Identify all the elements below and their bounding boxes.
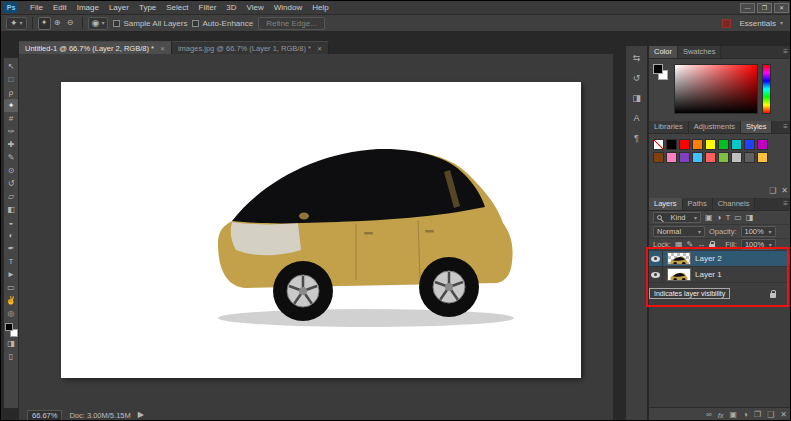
foreground-color-swatch[interactable] <box>5 323 13 331</box>
close-button[interactable]: ✕ <box>774 3 789 13</box>
path-selection-tool[interactable]: ► <box>4 268 18 281</box>
menu-select[interactable]: Select <box>161 3 193 12</box>
swatch[interactable] <box>692 139 703 150</box>
fill-dropdown[interactable]: 100% ▾ <box>741 239 776 250</box>
minimize-button[interactable]: — <box>740 3 755 13</box>
document-canvas[interactable] <box>61 82 581 378</box>
swatch[interactable] <box>653 152 664 163</box>
menu-file[interactable]: File <box>25 3 48 12</box>
delete-swatch-icon[interactable]: ✕ <box>781 187 788 195</box>
visibility-toggle[interactable] <box>649 267 663 282</box>
layer-filter-kind-dropdown[interactable]: Kind ▾ <box>653 212 701 223</box>
menu-type[interactable]: Type <box>134 3 161 12</box>
layer-row[interactable]: Layer 1 <box>649 267 791 283</box>
crop-tool[interactable]: # <box>4 112 18 125</box>
gradient-tool[interactable]: ◧ <box>4 203 18 216</box>
refine-edge-button[interactable]: Refine Edge... <box>258 17 325 30</box>
brush-tool[interactable]: ✎ <box>4 151 18 164</box>
swatch[interactable] <box>757 152 768 163</box>
add-layer-mask-icon[interactable]: ▣ <box>730 411 738 419</box>
menu-filter[interactable]: Filter <box>194 3 222 12</box>
tab-adjustments[interactable]: Adjustments <box>689 121 741 133</box>
opacity-dropdown[interactable]: 100% ▾ <box>741 226 776 237</box>
tab-color[interactable]: Color <box>649 46 678 58</box>
tab-close-icon[interactable]: ✕ <box>317 45 322 52</box>
tab-channels[interactable]: Channels <box>713 198 756 210</box>
swatch[interactable] <box>731 152 742 163</box>
swatch[interactable] <box>653 139 664 150</box>
tab-layers[interactable]: Layers <box>649 198 683 210</box>
swatch[interactable] <box>679 139 690 150</box>
move-tool[interactable]: ↖ <box>4 60 18 73</box>
filter-adjustment-layers-icon[interactable]: ◑ <box>717 214 722 222</box>
layer-name[interactable]: Layer 2 <box>695 254 722 263</box>
swatch[interactable] <box>705 139 716 150</box>
workspace-icon[interactable] <box>722 19 731 28</box>
paragraph-icon[interactable]: ¶ <box>634 134 639 143</box>
sample-all-layers-checkbox[interactable]: Sample All Layers <box>113 19 187 28</box>
link-layers-icon[interactable]: ∞ <box>706 411 712 419</box>
tool-preset-picker[interactable]: ✦ ▾ <box>6 17 27 30</box>
marquee-tool[interactable]: □ <box>4 73 18 86</box>
history-icon[interactable]: ↺ <box>633 74 641 83</box>
new-adjustment-layer-icon[interactable]: ◑ <box>743 411 748 419</box>
new-selection-icon[interactable]: ✦ <box>38 17 51 30</box>
foreground-background-colors[interactable] <box>5 323 18 337</box>
brush-picker[interactable]: ◉ ▾ <box>88 17 109 30</box>
lasso-tool[interactable]: ρ <box>4 86 18 99</box>
filter-shape-layers-icon[interactable]: ▭ <box>734 214 742 222</box>
clone-stamp-tool[interactable]: ⊙ <box>4 164 18 177</box>
new-group-icon[interactable]: ❐ <box>754 411 761 419</box>
visibility-toggle[interactable] <box>649 251 663 266</box>
tab-close-icon[interactable]: ✕ <box>160 45 165 52</box>
menu-image[interactable]: Image <box>72 3 104 12</box>
pen-tool[interactable]: ✒ <box>4 242 18 255</box>
new-layer-icon[interactable]: ❑ <box>767 411 774 419</box>
swatch[interactable] <box>705 152 716 163</box>
subtract-from-selection-icon[interactable]: ⊖ <box>64 17 77 30</box>
eraser-tool[interactable]: ▱ <box>4 190 18 203</box>
layer-thumbnail[interactable] <box>667 268 691 281</box>
foreground-background-colors[interactable] <box>653 64 670 86</box>
document-tab[interactable]: Untitled-1 @ 66.7% (Layer 2, RGB/8) *✕ <box>19 41 172 54</box>
lock-all-icon[interactable] <box>709 244 715 249</box>
swatch[interactable] <box>666 139 677 150</box>
swatch[interactable] <box>679 152 690 163</box>
canvas-area[interactable] <box>19 54 613 408</box>
new-swatch-icon[interactable]: ❑ <box>769 187 776 195</box>
hand-tool[interactable]: ✌ <box>4 294 18 307</box>
character-icon[interactable]: A <box>633 114 639 123</box>
tab-paths[interactable]: Paths <box>683 198 713 210</box>
zoom-level-field[interactable]: 66.67% <box>27 410 62 421</box>
maximize-button[interactable]: ❐ <box>757 3 772 13</box>
layer-style-icon[interactable]: fx <box>718 411 724 420</box>
tab-swatches[interactable]: Swatches <box>678 46 722 58</box>
menu-window[interactable]: Window <box>269 3 307 12</box>
lock-transparency-icon[interactable]: ▦ <box>675 241 683 249</box>
layer-name[interactable]: Layer 1 <box>695 270 722 279</box>
blend-mode-dropdown[interactable]: Normal ▾ <box>653 226 705 237</box>
swatch[interactable] <box>731 139 742 150</box>
tab-styles[interactable]: Styles <box>741 121 772 133</box>
swatch[interactable] <box>757 139 768 150</box>
layer-row[interactable]: Layer 2 <box>649 251 791 267</box>
history-brush-tool[interactable]: ↺ <box>4 177 18 190</box>
menu-view[interactable]: View <box>242 3 269 12</box>
swatch[interactable] <box>718 152 729 163</box>
menu-help[interactable]: Help <box>307 3 333 12</box>
swatch[interactable] <box>666 152 677 163</box>
filter-type-layers-icon[interactable]: T <box>725 214 730 222</box>
panel-menu-icon[interactable]: ≡ <box>779 121 791 133</box>
quick-mask-button[interactable]: ◨ <box>4 337 18 350</box>
type-tool[interactable]: T <box>4 255 18 268</box>
workspace-switcher[interactable]: Essentials ▾ <box>736 17 787 30</box>
saturation-picker[interactable] <box>674 64 758 114</box>
eyedropper-tool[interactable]: ✑ <box>4 125 18 138</box>
hue-slider[interactable] <box>762 64 771 114</box>
swatch[interactable] <box>744 152 755 163</box>
lock-position-icon[interactable]: ↔ <box>697 241 705 249</box>
add-to-selection-icon[interactable]: ⊕ <box>51 17 64 30</box>
shape-tool[interactable]: ▭ <box>4 281 18 294</box>
delete-layer-icon[interactable]: ✕ <box>780 411 787 419</box>
screen-mode-button[interactable]: ▯ <box>4 350 18 363</box>
